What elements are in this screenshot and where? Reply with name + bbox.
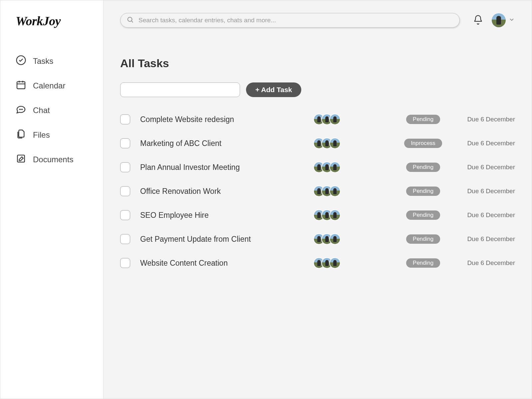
assignee-avatar bbox=[329, 257, 341, 269]
task-status-badge: Inprocess bbox=[404, 139, 442, 148]
sidebar-item-label: Files bbox=[33, 130, 50, 140]
sidebar-item-tasks[interactable]: Tasks bbox=[16, 55, 103, 67]
task-checkbox[interactable] bbox=[120, 114, 130, 124]
task-row: Plan Annual Investor MeetingPendingDue 6… bbox=[120, 162, 515, 173]
task-row: Marketing of ABC ClientInprocessDue 6 De… bbox=[120, 138, 515, 149]
task-due: Due 6 December bbox=[466, 164, 515, 171]
sidebar-item-chat[interactable]: Chat bbox=[16, 104, 103, 117]
svg-point-2 bbox=[19, 109, 20, 109]
assignee-avatar bbox=[329, 186, 341, 197]
topbar-right bbox=[473, 13, 515, 27]
new-task-input[interactable] bbox=[120, 82, 240, 97]
task-status-badge: Pending bbox=[406, 163, 440, 172]
task-title[interactable]: Website Content Creation bbox=[140, 259, 307, 268]
sidebar-item-label: Tasks bbox=[33, 57, 53, 66]
task-status-badge: Pending bbox=[406, 115, 440, 124]
search-input[interactable] bbox=[138, 17, 453, 24]
search-bar[interactable] bbox=[120, 13, 460, 28]
task-checkbox[interactable] bbox=[120, 210, 130, 220]
task-status-badge: Pending bbox=[406, 187, 440, 196]
task-checkbox[interactable] bbox=[120, 234, 130, 244]
task-checkbox[interactable] bbox=[120, 186, 130, 196]
nav: Tasks Calendar Chat Files bbox=[16, 55, 103, 166]
task-title[interactable]: SEO Employee Hire bbox=[140, 211, 307, 220]
chat-icon bbox=[16, 104, 26, 117]
sidebar-item-calendar[interactable]: Calendar bbox=[16, 79, 103, 92]
sidebar-item-label: Documents bbox=[33, 155, 73, 164]
edit-document-icon bbox=[16, 153, 26, 166]
task-due: Due 6 December bbox=[466, 140, 515, 147]
task-title[interactable]: Plan Annual Investor Meeting bbox=[140, 163, 307, 172]
task-status-badge: Pending bbox=[406, 210, 440, 220]
svg-point-6 bbox=[128, 17, 132, 22]
task-row: Office Renovation WorkPendingDue 6 Decem… bbox=[120, 186, 515, 197]
task-checkbox[interactable] bbox=[120, 258, 130, 268]
files-icon bbox=[16, 129, 26, 141]
task-due: Due 6 December bbox=[466, 188, 515, 195]
task-status-wrap: Pending bbox=[387, 234, 460, 244]
sidebar: WorkJoy Tasks Calendar Chat bbox=[0, 0, 104, 399]
task-assignees[interactable] bbox=[313, 233, 380, 245]
brand-logo: WorkJoy bbox=[16, 14, 103, 28]
add-task-button[interactable]: + Add Task bbox=[246, 82, 301, 97]
task-assignees[interactable] bbox=[313, 138, 380, 149]
topbar bbox=[120, 0, 515, 40]
task-title[interactable]: Marketing of ABC Client bbox=[140, 139, 307, 148]
svg-point-3 bbox=[21, 109, 21, 109]
task-due: Due 6 December bbox=[466, 211, 515, 219]
task-title[interactable]: Get Payment Update from Client bbox=[140, 235, 307, 244]
svg-rect-1 bbox=[17, 82, 25, 89]
svg-rect-5 bbox=[17, 155, 24, 162]
user-avatar bbox=[492, 13, 506, 27]
main-content: All Tasks + Add Task Complete Website re… bbox=[104, 0, 532, 399]
assignee-avatar bbox=[329, 209, 341, 221]
calendar-icon bbox=[16, 79, 26, 92]
task-status-wrap: Pending bbox=[387, 258, 460, 268]
task-assignees[interactable] bbox=[313, 186, 380, 197]
task-checkbox[interactable] bbox=[120, 138, 130, 148]
assignee-avatar bbox=[329, 138, 341, 149]
task-row: Complete Website redesignPendingDue 6 De… bbox=[120, 114, 515, 125]
sidebar-item-label: Calendar bbox=[33, 81, 65, 90]
toolbar: + Add Task bbox=[120, 82, 515, 97]
task-status-wrap: Pending bbox=[387, 187, 460, 196]
task-assignees[interactable] bbox=[313, 257, 380, 269]
sidebar-item-files[interactable]: Files bbox=[16, 129, 103, 141]
task-status-wrap: Pending bbox=[387, 163, 460, 172]
task-row: Website Content CreationPendingDue 6 Dec… bbox=[120, 257, 515, 269]
task-status-badge: Pending bbox=[406, 234, 440, 244]
task-status-wrap: Inprocess bbox=[387, 139, 460, 148]
task-row: SEO Employee HirePendingDue 6 December bbox=[120, 209, 515, 221]
user-menu[interactable] bbox=[492, 13, 515, 27]
task-status-wrap: Pending bbox=[387, 115, 460, 124]
check-circle-icon bbox=[16, 55, 26, 67]
assignee-avatar bbox=[329, 114, 341, 125]
task-list: Complete Website redesignPendingDue 6 De… bbox=[120, 114, 515, 269]
sidebar-item-documents[interactable]: Documents bbox=[16, 153, 103, 166]
task-title[interactable]: Complete Website redesign bbox=[140, 115, 307, 124]
task-status-badge: Pending bbox=[406, 258, 440, 268]
assignee-avatar bbox=[329, 162, 341, 173]
svg-point-4 bbox=[22, 109, 22, 109]
task-due: Due 6 December bbox=[466, 235, 515, 243]
task-due: Due 6 December bbox=[466, 116, 515, 123]
task-title[interactable]: Office Renovation Work bbox=[140, 187, 307, 196]
page-title: All Tasks bbox=[120, 57, 515, 70]
task-checkbox[interactable] bbox=[120, 162, 130, 172]
sidebar-item-label: Chat bbox=[33, 106, 50, 115]
task-due: Due 6 December bbox=[466, 259, 515, 267]
assignee-avatar bbox=[329, 233, 341, 245]
task-assignees[interactable] bbox=[313, 162, 380, 173]
task-row: Get Payment Update from ClientPendingDue… bbox=[120, 233, 515, 245]
task-assignees[interactable] bbox=[313, 114, 380, 125]
task-assignees[interactable] bbox=[313, 209, 380, 221]
search-icon bbox=[127, 16, 138, 25]
notifications-button[interactable] bbox=[473, 15, 483, 26]
task-status-wrap: Pending bbox=[387, 210, 460, 220]
chevron-down-icon bbox=[508, 16, 515, 24]
